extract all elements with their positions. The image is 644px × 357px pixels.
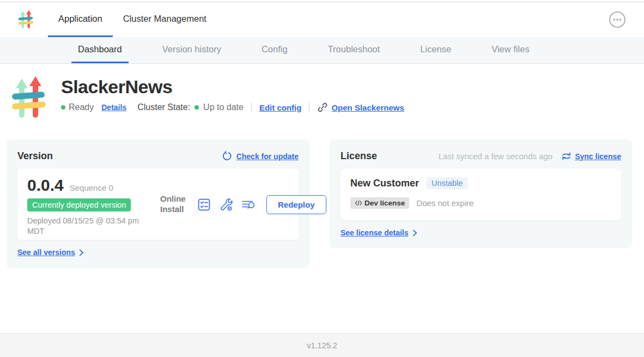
tab-troubleshoot[interactable]: Troubleshoot (321, 37, 387, 63)
tab-cluster-management-label: Cluster Management (123, 14, 206, 24)
version-number: 0.0.4 (27, 176, 64, 195)
console-version: v1.125.2 (307, 341, 337, 350)
sync-arrows-icon (561, 152, 572, 161)
channel-badge: Unstable (426, 177, 468, 189)
chevron-right-icon (79, 249, 84, 256)
tab-dashboard[interactable]: Dashboard (71, 37, 129, 63)
see-all-versions-label: See all versions (17, 248, 75, 257)
license-card: License Last synced a few seconds ago Sy… (330, 140, 632, 248)
tab-license-label: License (420, 44, 451, 55)
page-title: SlackerNews (61, 75, 404, 98)
code-brackets-icon (355, 200, 362, 206)
see-license-details-link[interactable]: See license details (341, 228, 417, 237)
cluster-state-value: Up to date (203, 102, 244, 112)
open-app-link-label: Open Slackernews (331, 103, 404, 112)
current-version-panel: 0.0.4 Sequence 0 Currently deployed vers… (17, 169, 299, 240)
more-menu-button[interactable] (609, 11, 626, 28)
console-footer: v1.125.2 (0, 333, 644, 357)
refresh-icon (222, 151, 232, 161)
license-card-title: License (341, 150, 377, 162)
checklist-icon (197, 198, 211, 211)
license-card-header: License Last synced a few seconds ago Sy… (341, 150, 621, 162)
sequence-label: Sequence 0 (70, 183, 113, 192)
chevron-right-icon (412, 229, 417, 237)
sync-license-link[interactable]: Sync license (561, 152, 621, 161)
preflight-checks-button[interactable] (197, 197, 211, 211)
tab-config[interactable]: Config (255, 37, 294, 63)
license-type-label: Dev license (364, 199, 405, 207)
redeploy-button[interactable]: Redeploy (266, 195, 326, 214)
app-header: SlackerNews Ready Details Cluster State:… (11, 75, 404, 121)
last-synced-text: Last synced a few seconds ago (439, 152, 552, 161)
app-subnav: Dashboard Version history Config Trouble… (0, 37, 644, 64)
divider (251, 102, 252, 113)
deployed-timestamp: Deployed 08/15/25 @ 03:54 pm MDT (27, 216, 143, 237)
app-logo-icon[interactable] (18, 9, 34, 31)
wrench-gear-icon (220, 198, 233, 211)
see-all-versions-link[interactable]: See all versions (17, 248, 84, 257)
tab-license[interactable]: License (414, 37, 458, 63)
version-card-header: Version Check for update (17, 150, 299, 162)
tab-application-label: Application (58, 14, 102, 24)
topnav-tabs: Application Cluster Management (48, 2, 217, 37)
customer-row: New Customer Unstable (350, 177, 611, 189)
tab-config-label: Config (262, 44, 288, 55)
top-navbar: Application Cluster Management (0, 2, 644, 37)
license-type-row: Dev license Does not expire (350, 197, 611, 209)
file-search-icon (241, 198, 256, 211)
check-for-update-link[interactable]: Check for update (222, 151, 299, 161)
sync-license-label: Sync license (575, 152, 621, 161)
customer-name: New Customer (350, 178, 419, 189)
tab-version-history-label: Version history (162, 44, 221, 55)
tab-cluster-management[interactable]: Cluster Management (113, 2, 217, 37)
cluster-state-label: Cluster State: (137, 102, 190, 112)
ellipsis-icon (609, 11, 626, 28)
version-actions: Online Install (160, 176, 326, 233)
license-type-badge: Dev license (350, 197, 409, 209)
version-info: 0.0.4 Sequence 0 Currently deployed vers… (27, 176, 154, 233)
version-card: Version Check for update 0.0.4 Sequence … (7, 140, 309, 268)
deployed-status-badge: Currently deployed version (27, 198, 131, 211)
check-for-update-label: Check for update (236, 152, 299, 161)
tab-view-files[interactable]: View files (485, 37, 536, 63)
version-line: 0.0.4 Sequence 0 (27, 176, 154, 195)
edit-config-button[interactable] (219, 197, 233, 211)
chain-link-icon (317, 102, 328, 113)
tab-troubleshoot-label: Troubleshoot (328, 44, 380, 55)
version-card-title: Version (17, 150, 53, 162)
see-license-details-label: See license details (341, 228, 409, 237)
app-status-text: Ready (69, 102, 94, 112)
open-app-link[interactable]: Open Slackernews (317, 102, 404, 113)
app-logo-large-icon (11, 75, 47, 121)
tab-version-history[interactable]: Version history (156, 37, 228, 63)
tab-application[interactable]: Application (48, 2, 113, 37)
details-link[interactable]: Details (101, 103, 126, 112)
app-header-text: SlackerNews Ready Details Cluster State:… (61, 75, 404, 121)
cluster-state-dot (195, 105, 199, 110)
edit-config-link[interactable]: Edit config (259, 103, 302, 112)
install-type-label: Online Install (160, 194, 189, 215)
expiry-text: Does not expire (416, 198, 473, 208)
app-status-row: Ready Details Cluster State: Up to date … (61, 102, 404, 113)
tab-view-files-label: View files (491, 44, 529, 55)
view-diff-button[interactable] (241, 197, 256, 211)
app-status-dot (61, 105, 65, 110)
license-info-panel: New Customer Unstable Dev license Does n… (341, 169, 621, 220)
tab-dashboard-label: Dashboard (78, 44, 122, 55)
license-sync-area: Last synced a few seconds ago Sync licen… (439, 152, 621, 161)
divider (309, 102, 309, 113)
